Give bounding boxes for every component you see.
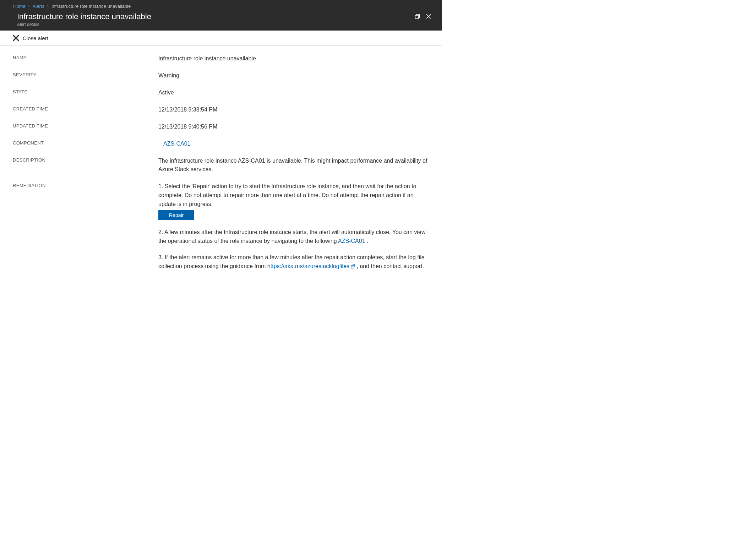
component-link[interactable]: AZS-CA01 [163, 141, 190, 147]
page-title: Infrastructure role instance unavailable [17, 12, 151, 21]
label-remediation: REMEDIATION [13, 182, 158, 188]
label-created-time: CREATED TIME [13, 105, 158, 112]
remediation-step1: 1. Select the 'Repair' action to try to … [158, 182, 428, 208]
label-description: DESCRIPTION [13, 157, 158, 163]
close-bold-icon [13, 35, 19, 41]
value-component: AZS-CA01 [158, 140, 190, 148]
label-name: NAME [13, 54, 158, 60]
value-created-time: 12/13/2018 9:38:54 PM [158, 105, 217, 114]
breadcrumb-current: Infrastructure role instance unavailable [51, 4, 131, 9]
label-updated-time: UPDATED TIME [13, 123, 158, 129]
breadcrumb: Home › Alerts › Infrastructure role inst… [4, 0, 438, 10]
svg-rect-0 [415, 15, 418, 18]
label-severity: SEVERITY [13, 71, 158, 77]
breadcrumb-alerts[interactable]: Alerts [33, 4, 44, 9]
value-severity: Warning [158, 71, 179, 80]
remediation-step3: 3. If the alert remains active for more … [158, 253, 428, 271]
value-remediation: 1. Select the 'Repair' action to try to … [158, 182, 428, 271]
value-state: Active [158, 88, 174, 97]
close-icon[interactable] [426, 13, 431, 19]
label-component: COMPONENT [13, 140, 158, 146]
chevron-right-icon: › [47, 4, 49, 9]
breadcrumb-home[interactable]: Home [13, 4, 26, 9]
label-state: STATE [13, 88, 158, 94]
value-description: The infrastructure role instance AZS-CA0… [158, 157, 428, 174]
page-subtitle: Alert details [17, 22, 151, 27]
repair-button[interactable]: Repair [158, 210, 194, 220]
close-alert-button[interactable]: Close alert [13, 35, 48, 41]
svg-line-6 [353, 265, 355, 267]
close-alert-label: Close alert [23, 35, 48, 41]
remediation-step2: 2. A few minutes after the Infrastructur… [158, 228, 428, 246]
value-name: Infrastructure role instance unavailable [158, 54, 256, 63]
log-files-link[interactable]: https://aka.ms/azurestacklogfiles [267, 263, 349, 269]
external-link-icon [351, 262, 355, 271]
role-instance-link[interactable]: AZS-CA01 [338, 238, 365, 244]
toolbar: Close alert [0, 31, 442, 46]
chevron-right-icon: › [28, 4, 30, 9]
value-updated-time: 12/13/2018 9:40:56 PM [158, 123, 217, 131]
restore-window-icon[interactable] [415, 14, 420, 19]
